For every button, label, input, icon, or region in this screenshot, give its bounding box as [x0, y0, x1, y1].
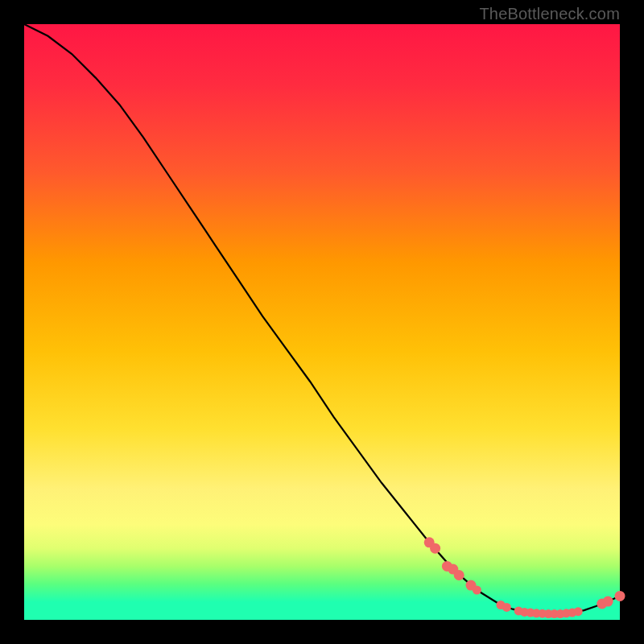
chart-marker — [473, 586, 481, 595]
chart-marker — [574, 607, 583, 616]
watermark-text: TheBottleneck.com — [479, 5, 620, 23]
chart-marker — [430, 543, 440, 554]
chart-marker — [502, 603, 511, 612]
chart-marker — [603, 597, 613, 607]
chart-root: TheBottleneck.com — [0, 0, 644, 644]
chart-marker — [454, 570, 464, 580]
chart-curve — [24, 24, 620, 614]
chart-overlay — [24, 24, 620, 620]
chart-marker — [615, 591, 625, 601]
